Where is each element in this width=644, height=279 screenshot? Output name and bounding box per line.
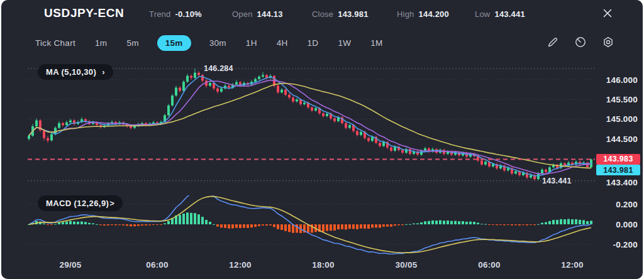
timer-gauge-icon xyxy=(574,36,587,48)
macd-indicator-label: MACD (12,26,9) xyxy=(46,199,109,208)
chevron-right-icon: > xyxy=(109,199,114,208)
svg-text:146.284: 146.284 xyxy=(204,64,233,73)
svg-text:146.000: 146.000 xyxy=(606,75,638,85)
stat-low: Low143.441 xyxy=(475,9,525,19)
timer-button[interactable] xyxy=(574,36,587,50)
svg-text:18:00: 18:00 xyxy=(312,260,335,270)
timeframe-5m[interactable]: 5m xyxy=(125,35,140,51)
settings-button[interactable] xyxy=(601,36,615,50)
svg-text:143.400: 143.400 xyxy=(606,178,638,187)
pencil-icon xyxy=(547,36,559,48)
timeframe-15m[interactable]: 15m xyxy=(157,35,191,51)
svg-text:12:00: 12:00 xyxy=(561,260,584,270)
timeframe-1m[interactable]: 1m xyxy=(94,35,108,51)
close-price-badge: 143.981 xyxy=(596,165,640,175)
close-icon xyxy=(602,8,613,19)
draw-button[interactable] xyxy=(546,36,560,50)
timeframe-tick-chart[interactable]: Tick Chart xyxy=(34,35,77,51)
svg-text:06:00: 06:00 xyxy=(478,260,501,270)
gear-icon xyxy=(602,36,614,48)
stat-close: Close143.981 xyxy=(312,9,369,19)
svg-text:145.500: 145.500 xyxy=(606,95,638,104)
stat-trend: Trend-0.10% xyxy=(149,9,202,19)
stat-open: Open144.13 xyxy=(232,9,283,19)
timeframe-4h[interactable]: 4H xyxy=(275,35,289,51)
ma-indicator-label: MA (5,10,30) xyxy=(46,67,96,77)
timeframe-1w[interactable]: 1W xyxy=(336,35,352,51)
trading-chart-widget: 146.000145.500145.000144.500143.4000.200… xyxy=(1,0,643,279)
svg-text:30/05: 30/05 xyxy=(396,260,418,270)
ma-indicator-pill[interactable]: MA (5,10,30)› xyxy=(38,64,113,80)
svg-text:143.441: 143.441 xyxy=(542,177,572,185)
svg-text:12:00: 12:00 xyxy=(229,260,252,270)
stat-high: High144.200 xyxy=(397,9,449,19)
symbol-title: USDJPY-ECN xyxy=(44,6,124,20)
macd-indicator-pill[interactable]: MACD (12,26,9)> xyxy=(38,195,123,211)
svg-text:144.500: 144.500 xyxy=(606,134,638,144)
svg-text:06:00: 06:00 xyxy=(146,260,169,270)
timeframe-1m[interactable]: 1M xyxy=(369,35,384,51)
chevron-right-icon: › xyxy=(102,67,105,77)
chart-header: USDJPY-ECN Trend-0.10%Open144.13Close143… xyxy=(1,0,643,28)
svg-text:145.000: 145.000 xyxy=(606,114,638,124)
svg-text:29/05: 29/05 xyxy=(60,260,82,270)
timeframe-1h[interactable]: 1H xyxy=(245,35,258,51)
svg-text:0.200: 0.200 xyxy=(616,200,638,209)
last-price-badge: 143.983 xyxy=(596,154,640,165)
close-button[interactable] xyxy=(601,8,614,20)
timeframe-30m[interactable]: 30m xyxy=(208,35,228,51)
chart-tools xyxy=(546,28,615,58)
timeframe-1d[interactable]: 1D xyxy=(306,35,320,51)
svg-text:-0.200: -0.200 xyxy=(613,240,638,249)
svg-text:0.000: 0.000 xyxy=(616,220,638,229)
